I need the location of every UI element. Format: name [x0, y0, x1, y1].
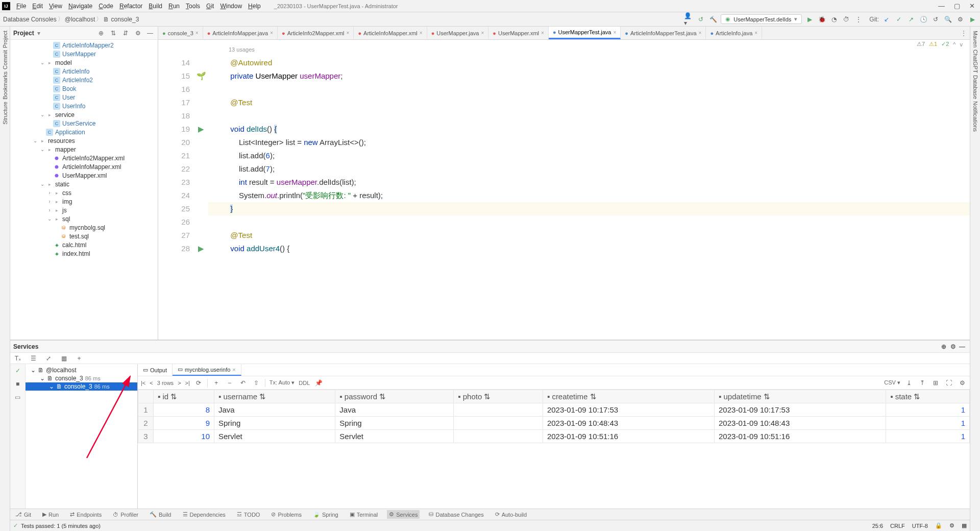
git-update-icon[interactable]: ↙ — [882, 15, 891, 24]
editor-tab[interactable]: ●UserMapper.xml× — [488, 27, 549, 39]
grid-icon[interactable]: ▦ — [59, 354, 68, 363]
toolwin-run[interactable]: ▶ Run — [40, 510, 61, 519]
tree-icon[interactable]: ☰ — [29, 354, 38, 363]
import-icon[interactable]: ⤒ — [918, 378, 927, 388]
profile-icon[interactable]: ⏱ — [842, 15, 851, 24]
toolwin-dependencies[interactable]: ☰ Dependencies — [181, 510, 228, 519]
services-tab[interactable]: ▭ Output — [138, 364, 173, 376]
toolwin-database-changes[interactable]: ⛁ Database Changes — [427, 510, 485, 519]
close-icon[interactable]: ✕ — [969, 2, 975, 10]
project-tree[interactable]: CArticleInfoMapper2CUserMapper⌄▸modelCAr… — [10, 40, 158, 340]
code-line[interactable]: void addUser4() { — [208, 242, 970, 255]
tree-item[interactable]: ⬣UserMapper.xml — [10, 171, 158, 180]
first-page-icon[interactable]: |< — [141, 380, 145, 386]
left-tool-project[interactable]: Project — [2, 30, 8, 49]
add-row-icon[interactable]: + — [212, 378, 221, 388]
toolwin-problems[interactable]: ⊘ Problems — [269, 510, 303, 519]
more-tabs-icon[interactable]: ⋮ — [958, 30, 970, 37]
commit-icon[interactable]: ⇧ — [252, 378, 261, 388]
code-line[interactable]: list.add(6); — [208, 149, 970, 162]
tree-item[interactable]: ›▸js — [10, 206, 158, 214]
settings-icon[interactable]: ⚙ — [133, 29, 142, 38]
code-line[interactable] — [208, 215, 970, 229]
code-line[interactable] — [208, 109, 970, 123]
services-tree-node[interactable]: ⌄ 🗎 @localhost — [26, 366, 137, 374]
code-line[interactable] — [208, 83, 970, 96]
toolwin-terminal[interactable]: ▣ Terminal — [348, 510, 380, 519]
run-config-dropdown[interactable]: ◉ UserMapperTest.delIds ▾ — [721, 14, 802, 24]
run-gutter-icon[interactable]: ▶ — [198, 123, 204, 136]
tree-item[interactable]: CBook — [10, 84, 158, 93]
run-icon[interactable]: ▶ — [805, 15, 814, 24]
tree-item[interactable]: ›▸img — [10, 197, 158, 206]
toolwin-auto-build[interactable]: ⟳ Auto-build — [493, 510, 529, 519]
git-push-icon[interactable]: ↗ — [906, 15, 916, 24]
toolwin-profiler[interactable]: ⏱ Profiler — [111, 511, 140, 519]
grid-header[interactable]: ▪ id ⇅ — [154, 390, 214, 403]
expand-icon[interactable]: ⤢ — [44, 354, 53, 363]
warning-indicator[interactable]: ⚠7 — [917, 41, 925, 47]
settings-icon[interactable]: ⚙ — [948, 342, 958, 351]
code-line[interactable]: @Test — [208, 229, 970, 242]
code-line[interactable]: @Autowired — [208, 56, 970, 69]
sync-icon[interactable]: ↺ — [696, 15, 705, 24]
code-line[interactable]: } — [208, 202, 970, 215]
editor-tab[interactable]: ●UserMapper.java× — [427, 27, 489, 39]
code-line[interactable]: int result = userMapper.delIds(list); — [208, 176, 970, 189]
typo-indicator[interactable]: ✓2 — [941, 41, 949, 47]
tool-window-bar[interactable]: ⎇ Git▶ Run⇄ Endpoints⏱ Profiler🔨 Build☰ … — [10, 509, 970, 520]
right-tool-notifications[interactable]: Notifications — [972, 100, 978, 133]
code-editor[interactable]: ⚠7 ⚠1 ✓2 ^ v 141516171819202122232425262… — [158, 40, 970, 340]
tree-item[interactable]: CUser — [10, 93, 158, 102]
breadcrumb-item[interactable]: Database Consoles — [3, 16, 57, 23]
breadcrumb-item[interactable]: 🗎 console_3 — [103, 16, 139, 23]
maximize-icon[interactable]: ▢ — [954, 2, 960, 10]
coverage-icon[interactable]: ◔ — [829, 15, 839, 24]
result-grid[interactable]: ▪ id ⇅▪ username ⇅▪ password ⇅▪ photo ⇅▪… — [138, 390, 970, 509]
reload-icon[interactable]: ⟳ — [194, 378, 203, 388]
toolwin-build[interactable]: 🔨 Build — [148, 510, 173, 519]
services-tree[interactable]: ⌄ 🗎 @localhost⌄ 🗎 console_3 86 ms⌄ 🗎 con… — [26, 364, 137, 509]
toolwin-git[interactable]: ⎇ Git — [13, 510, 33, 519]
grid-header[interactable]: ▪ updatetime ⇅ — [715, 390, 886, 403]
tree-item[interactable]: ⛁test.sql — [10, 232, 158, 240]
tree-item[interactable]: CUserService — [10, 119, 158, 128]
spring-bean-icon[interactable]: 🌱 — [197, 69, 206, 83]
hide-icon[interactable]: — — [958, 342, 967, 351]
focus-icon[interactable]: ⊕ — [939, 342, 948, 351]
expand-all-icon[interactable]: ⇅ — [109, 29, 118, 38]
status-token[interactable]: CRLF — [890, 523, 905, 529]
last-page-icon[interactable]: >| — [185, 380, 190, 386]
grid-row[interactable]: 310ServletServlet2023-01-09 10:51:162023… — [138, 430, 970, 443]
menu-tools[interactable]: Tools — [183, 3, 203, 10]
toolwin-services[interactable]: ⚙ Services — [387, 510, 420, 519]
code-line[interactable]: System.out.println("受影响行数: " + result); — [208, 189, 970, 202]
csv-dropdown[interactable]: CSV ▾ — [884, 379, 900, 386]
menu-build[interactable]: Build — [145, 3, 165, 10]
prev-page-icon[interactable]: < — [150, 380, 153, 386]
toolwin-todo[interactable]: ☲ TODO — [235, 510, 262, 519]
left-tool-structure[interactable]: Structure — [2, 101, 8, 126]
tree-item[interactable]: ⌄▸model — [10, 58, 158, 67]
code-line[interactable]: List<Integer> list = new ArrayList<>(); — [208, 136, 970, 149]
usage-hint[interactable]: 13 usages — [208, 43, 970, 56]
code-line[interactable]: list.add(7); — [208, 162, 970, 176]
users-icon[interactable]: 👤▾ — [684, 15, 693, 24]
collapse-all-icon[interactable]: ⇵ — [121, 29, 130, 38]
tree-item[interactable]: CUserInfo — [10, 102, 158, 110]
menu-file[interactable]: File — [13, 3, 29, 10]
editor-tab[interactable]: ●UserMapperTest.java× — [549, 27, 621, 39]
editor-tab[interactable]: ●console_3× — [158, 27, 203, 39]
layout-icon[interactable]: ▭ — [13, 393, 22, 402]
tree-item[interactable]: CApplication — [10, 128, 158, 136]
tree-item[interactable]: CArticleInfoMapper2 — [10, 41, 158, 50]
menu-edit[interactable]: Edit — [29, 3, 46, 10]
menu-refactor[interactable]: Refactor — [116, 3, 145, 10]
search-icon[interactable]: 🔍 — [943, 15, 952, 24]
tree-item[interactable]: ⌄▸sql — [10, 214, 158, 223]
status-token[interactable]: 25:6 — [872, 523, 883, 529]
tree-item[interactable]: ◈calc.html — [10, 240, 158, 249]
editor-tabs[interactable]: ●console_3×●ArticleInfoMapper.java×●Arti… — [158, 27, 970, 40]
editor-tab[interactable]: ●ArticleInfo2Mapper.xml× — [278, 27, 354, 39]
tree-item[interactable]: ⌄▸static — [10, 180, 158, 188]
